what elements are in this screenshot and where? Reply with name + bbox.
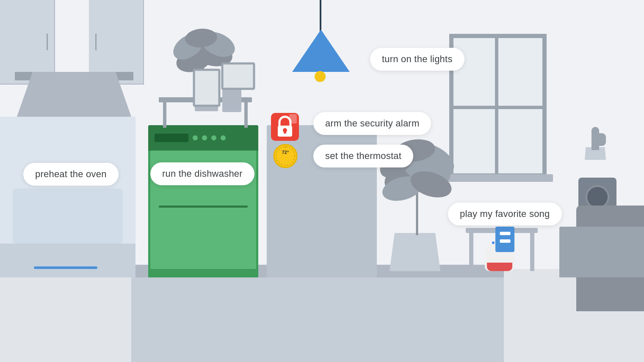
outlet-box [495,227,514,252]
google-home-base [487,263,512,271]
dishwasher-panel [148,125,258,151]
oven-window [13,189,123,244]
oven-drawer-handle [34,266,97,269]
small-table-leg-right [530,233,534,271]
small-table-leg-left [469,233,473,271]
dishwasher-display [155,134,188,142]
svg-marker-0 [292,30,350,72]
dishwasher [148,125,258,277]
svg-text:72°: 72° [282,150,289,155]
svg-rect-8 [222,87,241,112]
cabinet-handle [47,33,48,50]
cabinet-handle-2 [95,33,97,50]
bubble-run-dishwasher: run the dishwasher [150,162,254,185]
dishwasher-door-line [159,206,248,208]
bubble-play-song: play my favorite song [448,203,562,225]
kitchen-counter-front [131,277,504,362]
dishwasher-indicator-4 [221,135,226,140]
svg-rect-22 [284,130,286,134]
sofa-seat [559,227,644,277]
pendant-shade [292,30,350,76]
dishwasher-indicator-3 [211,135,216,140]
dishwasher-indicator-2 [202,135,207,140]
oven-drawer [0,252,135,277]
pendant-bulb [315,71,326,82]
svg-rect-10 [194,70,219,106]
shelf-plant [157,21,263,114]
range-hood [15,72,133,123]
svg-rect-23 [289,114,297,123]
pendant-cord [320,0,321,34]
dishwasher-indicator-1 [193,135,198,140]
floor-plant-pot [390,233,440,271]
cactus-arm [598,133,606,146]
thermostat-icon: 72° [273,144,298,168]
bubble-set-thermostat: set the thermostat [313,145,413,167]
alarm-icon [270,112,300,142]
svg-rect-9 [222,63,254,89]
outlet-slot-top [500,232,510,235]
window-pane-vertical [495,34,498,178]
svg-point-27 [285,146,287,148]
bubble-turn-on-lights: turn on the lights [370,48,464,71]
bubble-arm-security: arm the security alarm [313,112,431,135]
dot-1 [492,241,495,244]
outlet-slot-bottom [500,239,510,243]
bubble-preheat-oven: preheat the oven [23,163,119,186]
